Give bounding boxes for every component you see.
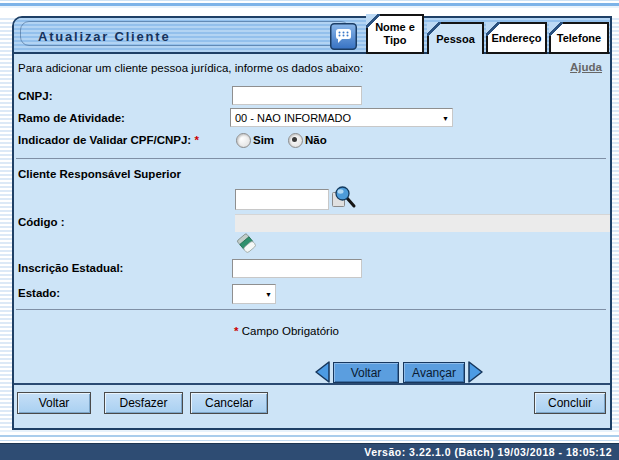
divider xyxy=(16,309,606,310)
inscricao-estadual-input[interactable] xyxy=(232,259,362,278)
estado-select[interactable]: ▼ xyxy=(232,284,276,304)
wizard-avancar-button[interactable]: Avançar xyxy=(403,362,465,383)
wizard-back-arrow-button[interactable] xyxy=(314,360,331,384)
speech-bubble-icon xyxy=(330,23,357,50)
desfazer-button[interactable]: Desfazer xyxy=(104,392,183,414)
required-field-note: * Campo Obrigatório xyxy=(234,325,339,337)
tab-nome-e-tipo[interactable]: Nome e Tipo xyxy=(366,14,424,54)
eraser-icon xyxy=(236,232,258,254)
tab-endereco[interactable]: Endereço xyxy=(486,22,547,54)
voltar-button[interactable]: Voltar xyxy=(17,392,91,414)
indicador-validar-label: Indicador de Validar CPF/CNPJ: * xyxy=(18,134,199,146)
bottom-decor-strip xyxy=(0,430,619,443)
cnpj-label: CNPJ: xyxy=(18,90,53,102)
codigo-label: Código : xyxy=(18,216,65,228)
chevron-down-icon: ▼ xyxy=(265,291,272,298)
help-link[interactable]: Ajuda xyxy=(570,61,602,73)
divider xyxy=(16,158,606,159)
cancelar-button[interactable]: Cancelar xyxy=(190,392,268,414)
status-bar: Versão: 3.22.1.0 (Batch) 19/03/2018 - 18… xyxy=(0,443,619,460)
main-panel: Atualizar Cliente Nome e Tipo xyxy=(12,16,612,430)
tab-label: Nome e Tipo xyxy=(370,21,420,46)
version-text: Versão: 3.22.1.0 (Batch) 19/03/2018 - 18… xyxy=(364,446,612,458)
tab-telefone[interactable]: Telefone xyxy=(549,22,609,54)
page-title: Atualizar Cliente xyxy=(38,29,170,44)
responsavel-search-input[interactable] xyxy=(235,189,329,210)
radio-sim-label[interactable]: Sim xyxy=(253,134,274,146)
app-window: Atualizar Cliente Nome e Tipo xyxy=(0,0,619,460)
radio-nao[interactable] xyxy=(288,133,303,148)
intro-text: Para adicionar um cliente pessoa jurídic… xyxy=(18,62,363,74)
concluir-button[interactable]: Concluir xyxy=(534,392,606,414)
tab-pessoa[interactable]: Pessoa xyxy=(427,22,484,54)
cnpj-input[interactable] xyxy=(232,86,362,105)
panel-header: Atualizar Cliente Nome e Tipo xyxy=(14,18,610,54)
tab-label: Pessoa xyxy=(436,33,475,46)
clear-button[interactable] xyxy=(236,232,258,254)
radio-sim[interactable] xyxy=(236,133,251,148)
inscricao-estadual-label: Inscrição Estadual: xyxy=(18,262,123,274)
required-mark: * xyxy=(234,325,238,337)
actions-bar: Voltar Desfazer Cancelar Concluir xyxy=(14,385,610,428)
ramo-atividade-select[interactable]: 00 - NAO INFORMADO ▼ xyxy=(230,108,453,127)
radio-nao-label[interactable]: Não xyxy=(305,134,327,146)
estado-label: Estado: xyxy=(18,287,60,299)
codigo-readonly-field xyxy=(235,214,610,232)
required-mark: * xyxy=(194,134,198,146)
left-arrow-icon xyxy=(314,360,331,384)
wizard-next-arrow-button[interactable] xyxy=(467,360,484,384)
required-note-text: Campo Obrigatório xyxy=(242,325,339,337)
right-arrow-icon xyxy=(467,360,484,384)
section-title: Cliente Responsável Superior xyxy=(18,168,181,180)
tab-label: Endereço xyxy=(491,32,541,45)
chevron-down-icon: ▼ xyxy=(442,114,449,121)
ramo-atividade-selected-value: 00 - NAO INFORMADO xyxy=(235,112,351,124)
indicador-validar-label-text: Indicador de Validar CPF/CNPJ: xyxy=(18,134,191,146)
search-button[interactable] xyxy=(331,185,357,211)
magnifier-icon xyxy=(331,185,357,211)
form-area: Para adicionar um cliente pessoa jurídic… xyxy=(14,54,610,385)
ramo-atividade-label: Ramo de Atividade: xyxy=(18,112,125,124)
top-decor-strip xyxy=(0,0,619,16)
wizard-voltar-button[interactable]: Voltar xyxy=(333,362,399,383)
tab-label: Telefone xyxy=(557,32,601,45)
chat-button[interactable] xyxy=(330,23,357,50)
